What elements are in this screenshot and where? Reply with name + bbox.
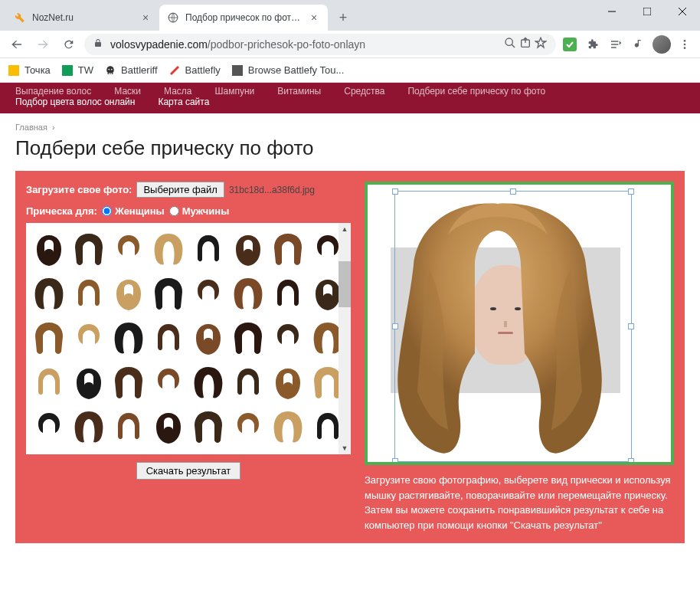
url-text: volosvypadenie.com/podbor-prichesok-po-f… [110,38,365,51]
hairstyle-option[interactable] [228,404,268,448]
bookmark-battlefy[interactable]: Browse Battlefy Tou... [231,64,345,77]
hairstyle-option[interactable] [149,270,188,315]
hairstyle-option[interactable] [228,226,268,270]
nav-item[interactable]: Подбор цвета волос онлайн [15,97,135,107]
search-icon[interactable] [504,37,516,51]
ext-list-icon[interactable] [607,35,625,54]
hairstyle-option[interactable] [109,270,149,315]
handle-tr[interactable] [628,188,634,195]
skull-icon [104,64,116,77]
nav-item[interactable]: Маски [114,86,141,97]
hairstyle-option[interactable] [69,270,109,315]
hairstyle-option[interactable] [69,226,109,270]
reload-button[interactable] [58,34,80,55]
site-nav: Выпадение волос Маски Масла Шампуни Вита… [0,83,700,113]
hairstyle-option[interactable] [268,315,308,359]
choose-file-button[interactable]: Выберите файл [136,182,224,198]
nav-item[interactable]: Выпадение волос [15,86,91,97]
hairstyle-option[interactable] [29,226,69,270]
breadcrumb: Главная › [15,123,685,132]
nav-item[interactable]: Витамины [277,86,321,97]
hairstyle-option[interactable] [109,315,149,359]
hairstyle-option[interactable] [69,315,109,359]
hairstyle-option[interactable] [149,359,188,404]
hairstyle-option[interactable] [228,315,268,359]
preview-canvas[interactable] [365,182,674,465]
hairstyle-option[interactable] [149,404,188,448]
hairstyle-option[interactable] [69,404,109,448]
close-icon[interactable]: × [308,11,320,24]
gender-women-radio[interactable] [102,206,112,216]
gender-men-radio[interactable] [169,206,179,216]
hairstyle-option[interactable] [29,315,69,359]
nav-item[interactable]: Карта сайта [158,97,209,107]
wrench-icon [14,11,26,24]
handle-ml[interactable] [392,323,398,329]
nav-item[interactable]: Шампуни [215,86,255,97]
nav-item[interactable]: Масла [164,86,191,97]
ext-music-icon[interactable] [630,35,648,54]
avatar[interactable] [653,35,671,54]
menu-icon[interactable] [675,35,694,54]
download-button[interactable]: Скачать результат [136,462,241,480]
bookmark-battleriff[interactable]: Battleriff [104,64,157,77]
hairstyle-option[interactable] [188,270,228,315]
svg-rect-12 [8,65,19,76]
instructions-text: Загрузите свою фотографию, выберете вид … [365,473,674,532]
hairstyle-option[interactable] [228,270,268,315]
handle-bl[interactable] [392,458,398,464]
scroll-thumb[interactable] [339,261,351,307]
hairstyle-option[interactable] [109,359,149,404]
hairstyle-option[interactable] [149,315,188,359]
new-tab-button[interactable]: + [332,7,354,28]
handle-br[interactable] [628,458,634,464]
hairstyle-option[interactable] [29,359,69,404]
nav-item[interactable]: Средства [344,86,384,97]
star-icon[interactable] [535,37,547,51]
hairstyle-option[interactable] [268,226,308,270]
ext-check-icon[interactable] [561,35,579,54]
close-button[interactable] [665,0,700,23]
close-icon[interactable]: × [139,11,152,24]
handle-tl[interactable] [392,188,398,195]
forward-button[interactable] [32,34,54,55]
omnibox[interactable]: volosvypadenie.com/podbor-prichesok-po-f… [84,34,556,55]
minimize-button[interactable] [594,0,630,23]
hairstyle-option[interactable] [268,270,308,315]
maximize-button[interactable] [630,0,665,23]
hairstyle-option[interactable] [29,270,69,315]
hairstyle-option[interactable] [109,226,149,270]
hairstyle-option[interactable] [268,359,308,404]
hairstyle-option[interactable] [188,404,228,448]
svg-rect-14 [232,65,243,76]
scroll-down-icon[interactable]: ▼ [339,442,351,454]
svg-point-5 [505,38,512,45]
nav-item[interactable]: Подбери себе прическу по фото [407,86,545,97]
share-icon[interactable] [519,37,532,51]
hairstyle-option[interactable] [149,226,188,270]
hairstyle-option[interactable] [188,315,228,359]
breadcrumb-home[interactable]: Главная [15,123,47,132]
tab-active[interactable]: Подбор причесок по фото онла × [159,5,328,31]
handle-mr[interactable] [628,323,634,329]
gender-row: Прическа для: Женщины Мужчины [26,205,351,217]
window-controls [594,0,700,23]
hairstyle-option[interactable] [69,359,109,404]
hairstyle-option[interactable] [109,404,149,448]
hairstyle-option[interactable] [228,359,268,404]
svg-point-9 [684,40,686,42]
scroll-up-icon[interactable]: ▲ [339,223,351,235]
selection-handles[interactable] [394,191,632,462]
back-button[interactable] [6,34,28,55]
hairstyle-option[interactable] [29,404,69,448]
tab-noznet[interactable]: NozNet.ru × [6,5,159,31]
bookmark-battlefly[interactable]: Battlefly [168,64,221,77]
hairstyle-option[interactable] [188,226,228,270]
hairstyle-option[interactable] [188,359,228,404]
bookmark-tochka[interactable]: Точка [8,64,51,77]
hairstyle-option[interactable] [268,404,308,448]
ext-puzzle-icon[interactable] [584,35,602,54]
scrollbar[interactable]: ▲ ▼ [339,223,351,454]
handle-tm[interactable] [510,188,516,195]
bookmark-tw[interactable]: TW [61,64,93,77]
